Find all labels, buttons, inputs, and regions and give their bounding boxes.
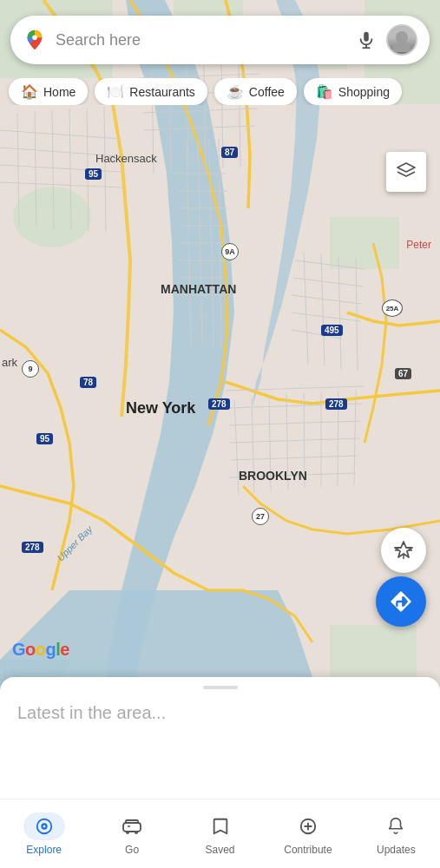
route-9-shield: 9 [22, 360, 39, 378]
category-chips-row: 🏠 Home 🍽️ Restaurants ☕ Coffee 🛍️ Shoppi… [0, 78, 440, 105]
google-logo: Google [12, 640, 69, 660]
i95-shield: 95 [85, 165, 102, 181]
search-placeholder: Search here [56, 31, 353, 49]
chip-home[interactable]: 🏠 Home [9, 78, 88, 105]
updates-icon-wrap [375, 812, 417, 840]
i25a-shield: 25A [382, 299, 403, 317]
bottom-sheet[interactable]: Latest in the area... Explore [0, 677, 440, 868]
i87-shield: 87 [221, 143, 238, 159]
nav-updates[interactable]: Updates [352, 812, 440, 856]
svg-rect-15 [364, 32, 369, 42]
svg-point-22 [126, 831, 129, 834]
layers-button[interactable] [386, 152, 426, 192]
user-avatar[interactable] [386, 24, 417, 56]
chip-coffee-label: Coffee [249, 85, 285, 99]
latest-in-area-text: Latest in the area... [0, 689, 440, 723]
explore-icon-wrap [23, 812, 65, 840]
shopping-icon: 🛍️ [316, 83, 333, 100]
i67-shield: 67 [395, 365, 411, 380]
go-icon-wrap [111, 812, 153, 840]
svg-point-20 [43, 825, 45, 827]
route-27-shield: 27 [252, 508, 269, 525]
coffee-icon: ☕ [227, 83, 244, 100]
bottom-navigation: Explore Go Saved [0, 799, 440, 868]
chip-restaurants-label: Restaurants [129, 85, 194, 99]
my-location-button[interactable] [381, 528, 426, 573]
svg-point-5 [13, 187, 91, 247]
saved-label: Saved [206, 844, 235, 856]
explore-label: Explore [26, 844, 62, 856]
svg-rect-6 [330, 217, 399, 269]
nav-saved[interactable]: Saved [176, 812, 264, 856]
nav-contribute[interactable]: Contribute [264, 812, 351, 856]
saved-icon-wrap [200, 812, 241, 840]
chip-coffee[interactable]: ☕ Coffee [214, 78, 297, 105]
nav-explore[interactable]: Explore [0, 812, 88, 856]
directions-button[interactable] [376, 576, 426, 627]
svg-point-14 [32, 35, 37, 40]
svg-rect-21 [123, 823, 141, 832]
i95-sw-shield: 95 [36, 430, 53, 445]
chip-home-label: Home [43, 85, 76, 99]
google-maps-logo [23, 28, 47, 52]
search-bar[interactable]: Search here [10, 16, 430, 64]
i495-shield: 495 [321, 321, 343, 337]
i278-shield: 278 [208, 395, 230, 411]
go-label: Go [125, 844, 139, 856]
route-9a-shield: 9A [221, 243, 239, 260]
nav-go[interactable]: Go [88, 812, 175, 856]
updates-label: Updates [377, 844, 416, 856]
i78-shield: 78 [80, 373, 96, 389]
mic-button[interactable] [353, 27, 379, 53]
home-icon: 🏠 [21, 83, 38, 100]
i278-si-shield: 278 [22, 538, 43, 554]
chip-restaurants[interactable]: 🍽️ Restaurants [95, 78, 207, 105]
restaurants-icon: 🍽️ [107, 83, 124, 100]
svg-point-23 [135, 831, 138, 834]
map-container[interactable]: New York MANHATTAN BROOKLYN Hackensack U… [0, 0, 440, 746]
chip-shopping-label: Shopping [338, 85, 390, 99]
i278-brooklyn-shield: 278 [325, 395, 347, 411]
contribute-icon-wrap [287, 812, 329, 840]
chip-shopping[interactable]: 🛍️ Shopping [304, 78, 402, 105]
contribute-label: Contribute [284, 844, 332, 856]
